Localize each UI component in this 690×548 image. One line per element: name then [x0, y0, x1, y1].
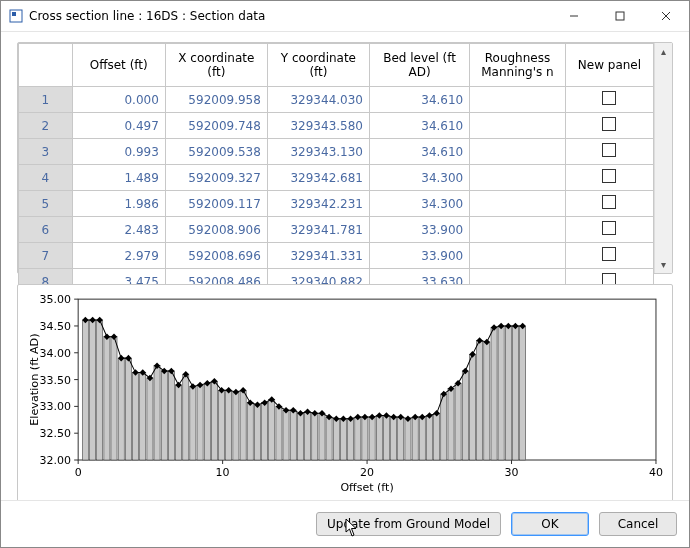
- cell-x[interactable]: 592009.327: [165, 165, 267, 191]
- cell-new-panel[interactable]: [565, 113, 653, 139]
- cell-roughness[interactable]: [470, 139, 565, 165]
- svg-rect-84: [448, 389, 454, 460]
- titlebar: Cross section line : 16DS : Section data: [1, 1, 689, 32]
- cell-bed[interactable]: 34.300: [369, 191, 469, 217]
- scroll-down-icon[interactable]: ▾: [655, 256, 672, 273]
- client-area: Offset (ft) X coordinate (ft) Y coordina…: [1, 32, 689, 500]
- header-new-panel[interactable]: New panel: [565, 44, 653, 87]
- cell-offset[interactable]: 0.000: [72, 87, 165, 113]
- header-roughness[interactable]: Roughness Manning's n: [470, 44, 565, 87]
- row-index[interactable]: 1: [19, 87, 73, 113]
- svg-rect-38: [118, 358, 124, 460]
- table-row[interactable]: 51.986592009.117329342.23134.300: [19, 191, 654, 217]
- cell-new-panel[interactable]: [565, 165, 653, 191]
- table-row[interactable]: 62.483592008.906329341.78133.900: [19, 217, 654, 243]
- svg-rect-57: [254, 405, 260, 460]
- cell-roughness[interactable]: [470, 165, 565, 191]
- cell-offset[interactable]: 0.497: [72, 113, 165, 139]
- cell-roughness[interactable]: [470, 87, 565, 113]
- cell-new-panel[interactable]: [565, 243, 653, 269]
- checkbox-icon[interactable]: [602, 221, 616, 235]
- cell-x[interactable]: 592009.958: [165, 87, 267, 113]
- table-row[interactable]: 20.497592009.748329343.58034.610: [19, 113, 654, 139]
- svg-rect-77: [398, 417, 404, 460]
- cell-roughness[interactable]: [470, 217, 565, 243]
- cell-bed[interactable]: 34.300: [369, 165, 469, 191]
- close-button[interactable]: [643, 1, 689, 31]
- checkbox-icon[interactable]: [602, 247, 616, 261]
- header-offset[interactable]: Offset (ft): [72, 44, 165, 87]
- table-row[interactable]: 10.000592009.958329344.03034.610: [19, 87, 654, 113]
- svg-rect-56: [247, 403, 253, 460]
- cell-y[interactable]: 329341.781: [267, 217, 369, 243]
- header-x[interactable]: X coordinate (ft): [165, 44, 267, 87]
- svg-rect-86: [462, 371, 468, 460]
- cell-offset[interactable]: 2.483: [72, 217, 165, 243]
- cell-y[interactable]: 329344.030: [267, 87, 369, 113]
- row-index[interactable]: 2: [19, 113, 73, 139]
- cell-offset[interactable]: 2.979: [72, 243, 165, 269]
- svg-rect-79: [412, 417, 418, 460]
- cell-x[interactable]: 592009.538: [165, 139, 267, 165]
- cell-offset[interactable]: 1.489: [72, 165, 165, 191]
- scroll-up-icon[interactable]: ▴: [655, 43, 672, 60]
- cell-new-panel[interactable]: [565, 217, 653, 243]
- header-bed[interactable]: Bed level (ft AD): [369, 44, 469, 87]
- cell-x[interactable]: 592009.117: [165, 191, 267, 217]
- cell-x[interactable]: 592008.696: [165, 243, 267, 269]
- cell-bed[interactable]: 34.610: [369, 139, 469, 165]
- cell-new-panel[interactable]: [565, 87, 653, 113]
- cancel-button[interactable]: Cancel: [599, 512, 677, 536]
- checkbox-icon[interactable]: [602, 91, 616, 105]
- svg-rect-69: [340, 419, 346, 460]
- row-index[interactable]: 3: [19, 139, 73, 165]
- svg-rect-71: [355, 417, 361, 460]
- cell-offset[interactable]: 1.986: [72, 191, 165, 217]
- cell-bed[interactable]: 34.610: [369, 113, 469, 139]
- cell-new-panel[interactable]: [565, 139, 653, 165]
- minimize-button[interactable]: [551, 1, 597, 31]
- cell-y[interactable]: 329341.331: [267, 243, 369, 269]
- row-index[interactable]: 5: [19, 191, 73, 217]
- svg-rect-85: [455, 383, 461, 460]
- row-index[interactable]: 6: [19, 217, 73, 243]
- header-y[interactable]: Y coordinate (ft): [267, 44, 369, 87]
- cell-bed[interactable]: 33.900: [369, 243, 469, 269]
- svg-rect-87: [469, 354, 475, 460]
- svg-rect-92: [505, 326, 511, 460]
- table-scrollbar[interactable]: ▴ ▾: [654, 43, 672, 273]
- svg-rect-75: [383, 416, 389, 461]
- table-row[interactable]: 72.979592008.696329341.33133.900: [19, 243, 654, 269]
- table-row[interactable]: 30.993592009.538329343.13034.610: [19, 139, 654, 165]
- table-row[interactable]: 41.489592009.327329342.68134.300: [19, 165, 654, 191]
- checkbox-icon[interactable]: [602, 117, 616, 131]
- svg-rect-36: [104, 337, 110, 460]
- checkbox-icon[interactable]: [602, 169, 616, 183]
- svg-rect-81: [426, 416, 432, 461]
- svg-rect-51: [211, 381, 217, 460]
- svg-rect-55: [240, 390, 246, 460]
- svg-text:33.00: 33.00: [40, 400, 72, 413]
- cell-x[interactable]: 592008.906: [165, 217, 267, 243]
- cell-bed[interactable]: 33.900: [369, 217, 469, 243]
- cell-y[interactable]: 329342.231: [267, 191, 369, 217]
- row-index[interactable]: 7: [19, 243, 73, 269]
- cell-y[interactable]: 329343.580: [267, 113, 369, 139]
- cell-roughness[interactable]: [470, 243, 565, 269]
- cell-roughness[interactable]: [470, 113, 565, 139]
- cell-bed[interactable]: 34.610: [369, 87, 469, 113]
- cell-roughness[interactable]: [470, 191, 565, 217]
- checkbox-icon[interactable]: [602, 195, 616, 209]
- cell-y[interactable]: 329343.130: [267, 139, 369, 165]
- ok-button[interactable]: OK: [511, 512, 589, 536]
- cell-offset[interactable]: 0.993: [72, 139, 165, 165]
- cell-y[interactable]: 329342.681: [267, 165, 369, 191]
- maximize-button[interactable]: [597, 1, 643, 31]
- cell-new-panel[interactable]: [565, 191, 653, 217]
- cell-x[interactable]: 592009.748: [165, 113, 267, 139]
- row-index[interactable]: 4: [19, 165, 73, 191]
- svg-text:10: 10: [216, 466, 230, 479]
- update-from-ground-model-button[interactable]: Update from Ground Model: [316, 512, 501, 536]
- checkbox-icon[interactable]: [602, 143, 616, 157]
- svg-rect-72: [362, 417, 368, 460]
